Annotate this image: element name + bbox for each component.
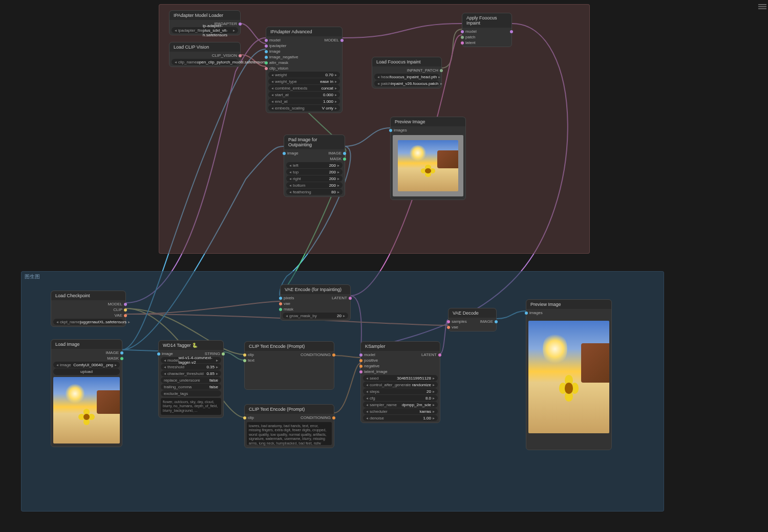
widget-patch[interactable]: ◂patchinpaint_v26.fooocus.patch▸ — [374, 80, 439, 86]
port-image-out[interactable] — [120, 351, 123, 354]
node-preview-2[interactable]: Preview Image images — [526, 299, 612, 450]
node-title: CLIP Text Encode (Prompt) — [245, 405, 334, 414]
node-title: VAE Encode (for Inpainting) — [281, 285, 350, 294]
node-load-checkpoint[interactable]: Load Checkpoint MODEL CLIP VAE ◂ckpt_nam… — [51, 291, 126, 327]
node-load-image[interactable]: Load Image IMAGE MASK ◂imageComfyUI_0064… — [51, 339, 122, 447]
port-model-out[interactable] — [124, 303, 127, 306]
port-model-in[interactable] — [461, 30, 464, 33]
widget-underscore[interactable]: replace_underscorefalse — [161, 377, 221, 383]
port-string-out[interactable] — [222, 352, 225, 356]
widget-trailing-comma[interactable]: trailing_commafalse — [161, 384, 221, 390]
port-image-out[interactable] — [495, 320, 498, 323]
port-vae-out[interactable] — [124, 314, 127, 317]
port-attnmask-in[interactable] — [265, 61, 268, 64]
port-patch-in[interactable] — [461, 36, 464, 39]
widget-head[interactable]: ◂headfooocus_inpaint_head.pth▸ — [374, 74, 439, 80]
widget-right[interactable]: ◂right200▸ — [286, 175, 343, 182]
widget-seed[interactable]: ◂seed304653119951128▸ — [363, 375, 438, 381]
widget-scheduler[interactable]: ◂schedulerkarras▸ — [363, 408, 438, 414]
widget-control[interactable]: ◂control_after_generaterandomize▸ — [363, 382, 438, 388]
port-mask-in[interactable] — [279, 308, 282, 311]
widget-ipadapter-file[interactable]: ◂ipadapter_fileip-adapter-plus_sdxl_vit-… — [172, 27, 238, 33]
widget-combine[interactable]: ◂combine_embedsconcat▸ — [268, 85, 340, 91]
widget-feather[interactable]: ◂feathering80▸ — [286, 189, 343, 195]
port-latent-out[interactable] — [438, 353, 441, 357]
node-fooocus-apply[interactable]: Apply Fooocus Inpaint model patch latent — [462, 13, 512, 47]
widget-grow-mask[interactable]: ◂grow_mask_by20▸ — [283, 313, 348, 319]
port-positive-in[interactable] — [359, 359, 362, 362]
port-samples-in[interactable] — [447, 320, 450, 323]
port-ipadapter-out[interactable] — [239, 23, 242, 26]
port-cond-out[interactable] — [332, 353, 335, 357]
port-image-in[interactable] — [265, 50, 268, 53]
port-clip-in[interactable] — [243, 416, 246, 419]
negative-prompt[interactable]: lowres, bad anatomy, bad hands, text, er… — [247, 422, 332, 445]
node-fooocus-load[interactable]: Load Fooocus Inpaint INPAINT_PATCH ◂head… — [372, 57, 442, 88]
port-text-in[interactable] — [243, 359, 246, 362]
port-image-in[interactable] — [283, 152, 286, 155]
port-model-in[interactable] — [265, 39, 268, 42]
widget-weight-type[interactable]: ◂weight_typeease in▸ — [268, 78, 340, 84]
port-clip-in[interactable] — [243, 353, 246, 357]
port-pixels-in[interactable] — [279, 297, 282, 300]
port-ipadapter-in[interactable] — [265, 45, 268, 48]
node-pad-image[interactable]: Pad Image for Outpainting imageIMAGE MAS… — [284, 135, 345, 197]
node-title: Load Checkpoint — [51, 291, 125, 300]
node-canvas[interactable]: 图生图 IPAdapter Model Loader IPADAPTER ◂ip… — [0, 0, 768, 532]
port-model-out[interactable] — [510, 30, 513, 33]
port-model-out[interactable] — [340, 39, 344, 42]
port-latent-in[interactable] — [359, 370, 362, 373]
port-latent-out[interactable] — [349, 297, 352, 300]
node-vae-decode[interactable]: VAE Decode samplesIMAGE vae — [448, 308, 497, 331]
port-mask-out[interactable] — [343, 158, 346, 161]
port-images-in[interactable] — [525, 312, 528, 315]
port-model-in[interactable] — [359, 353, 362, 357]
node-title: Apply Fooocus Inpaint — [462, 13, 511, 28]
widget-top[interactable]: ◂top200▸ — [286, 169, 343, 175]
port-clipvision-in[interactable] — [265, 67, 268, 70]
widget-steps[interactable]: ◂steps20▸ — [363, 388, 438, 394]
widget-exclude-tags[interactable]: exclude_tags — [161, 390, 221, 396]
upload-button[interactable]: upload — [53, 368, 120, 375]
node-ipadapter-advanced[interactable]: IPAdapter Advanced model MODEL ipadapter… — [266, 27, 343, 113]
widget-weight[interactable]: ◂weight0.70▸ — [268, 72, 340, 78]
widget-bottom[interactable]: ◂bottom200▸ — [286, 182, 343, 188]
port-negative-in[interactable] — [359, 365, 362, 368]
group-label: 图生图 — [25, 273, 40, 280]
node-title: Preview Image — [391, 117, 465, 126]
node-clip-text-pos[interactable]: CLIP Text Encode (Prompt) clipCONDITIONI… — [244, 341, 334, 390]
node-preview-1[interactable]: Preview Image images — [390, 117, 466, 200]
widget-image-name[interactable]: ◂imageComfyUI_00640_.png▸ — [53, 362, 120, 368]
node-clip-vision[interactable]: Load CLIP Vision CLIP_VISION ◂clip_nameo… — [169, 42, 241, 67]
widget-model[interactable]: ◂modelwd-v1-4-convnext-tagger-v2▸ — [161, 357, 221, 363]
port-clipvision-out[interactable] — [239, 54, 242, 57]
widget-char-threshold[interactable]: ◂character_threshold0.85▸ — [161, 370, 221, 376]
port-cond-out[interactable] — [332, 416, 335, 419]
node-wd14-tagger[interactable]: WD14 Tagger 🐍 imageSTRING ◂modelwd-v1-4-… — [158, 340, 224, 418]
node-ipadapter-loader[interactable]: IPAdapter Model Loader IPADAPTER ◂ipadap… — [169, 10, 241, 35]
port-image-in[interactable] — [157, 352, 160, 356]
widget-clip-name[interactable]: ◂clip_nameopen_clip_pytorch_model.safete… — [172, 59, 238, 65]
port-imageneg-in[interactable] — [265, 56, 268, 59]
port-vae-in[interactable] — [447, 326, 450, 329]
widget-left[interactable]: ◂left200▸ — [286, 162, 343, 168]
port-images-in[interactable] — [389, 129, 392, 132]
widget-cfg[interactable]: ◂cfg8.0▸ — [363, 395, 438, 401]
widget-end[interactable]: ◂end_at1.000▸ — [268, 98, 340, 104]
node-vae-encode[interactable]: VAE Encode (for Inpainting) pixelsLATENT… — [280, 284, 351, 321]
widget-embeds-scaling[interactable]: ◂embeds_scalingV only▸ — [268, 105, 340, 111]
port-clip-out[interactable] — [124, 308, 127, 312]
node-title: Load CLIP Vision — [169, 42, 240, 52]
widget-sampler[interactable]: ◂sampler_namedpmpp_2m_sde▸ — [363, 402, 438, 408]
node-ksampler[interactable]: KSampler modelLATENT positive negative l… — [360, 341, 440, 423]
port-image-out[interactable] — [343, 152, 346, 155]
widget-start[interactable]: ◂start_at0.000▸ — [268, 92, 340, 98]
port-vae-in[interactable] — [279, 302, 282, 305]
widget-denoise[interactable]: ◂denoise1.00▸ — [363, 415, 438, 421]
port-mask-out[interactable] — [120, 357, 123, 360]
port-latent-in[interactable] — [461, 41, 464, 45]
port-patch-out[interactable] — [440, 69, 443, 72]
node-title: KSampler — [361, 342, 440, 351]
node-clip-text-neg[interactable]: CLIP Text Encode (Prompt) clipCONDITIONI… — [244, 404, 334, 448]
widget-ckpt-name[interactable]: ◂ckpt_namejuggernautXL.safetensors▸ — [53, 319, 123, 325]
